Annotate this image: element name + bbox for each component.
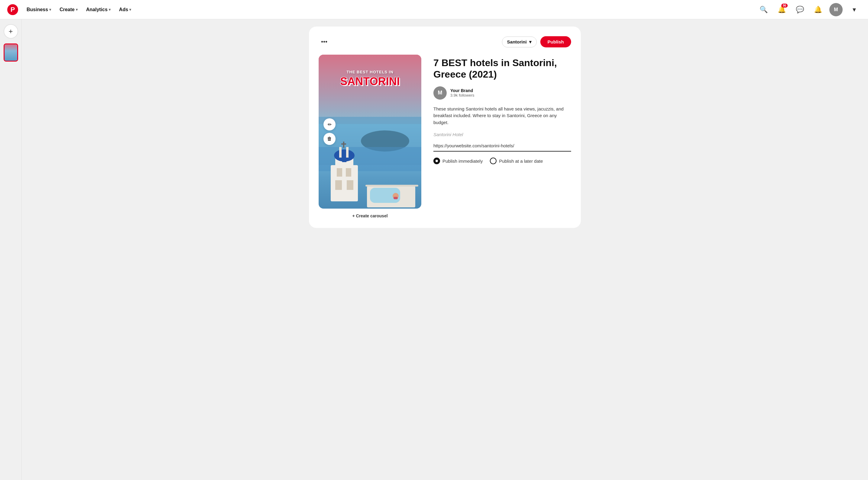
nav-right: 🔍 🔔 96 💬 🔔 M ▾ bbox=[757, 3, 861, 16]
board-selector[interactable]: Santorini ▾ bbox=[502, 36, 537, 47]
svg-rect-3 bbox=[331, 165, 358, 201]
sidebar-pin-thumbnail[interactable] bbox=[4, 43, 18, 62]
search-button[interactable]: 🔍 bbox=[757, 3, 770, 16]
delete-icon: 🗑 bbox=[327, 136, 332, 141]
pin-author-section: M Your Brand 3.9k followers bbox=[433, 86, 571, 100]
svg-rect-18 bbox=[394, 197, 398, 199]
pin-title: 7 BEST hotels in Santorini, Greece (2021… bbox=[433, 57, 571, 80]
edit-icon: ✏ bbox=[328, 122, 332, 127]
search-icon: 🔍 bbox=[760, 6, 768, 13]
create-carousel-label: + Create carousel bbox=[352, 214, 388, 218]
pin-url: https://yourwebsite.com/santorini-hotels… bbox=[433, 143, 514, 148]
alert-icon: 🔔 bbox=[814, 6, 822, 13]
pin-details: 7 BEST hotels in Santorini, Greece (2021… bbox=[433, 55, 571, 164]
pin-url-section: https://yourwebsite.com/santorini-hotels… bbox=[433, 143, 571, 152]
publish-button[interactable]: Publish bbox=[540, 36, 571, 47]
svg-rect-8 bbox=[346, 168, 351, 177]
svg-rect-10 bbox=[347, 180, 353, 190]
chevron-down-icon: ▾ bbox=[49, 7, 51, 12]
plus-icon: + bbox=[8, 27, 13, 36]
alerts-button[interactable]: 🔔 bbox=[811, 3, 825, 16]
chevron-down-icon: ▾ bbox=[529, 39, 532, 45]
svg-rect-19 bbox=[366, 185, 418, 187]
chevron-down-icon: ▾ bbox=[852, 6, 856, 13]
nav-item-ads[interactable]: Ads ▾ bbox=[115, 4, 135, 15]
publish-options: Publish immediately Publish at a later d… bbox=[433, 158, 571, 164]
board-name-label: Santorini bbox=[507, 39, 527, 44]
header-right: Santorini ▾ Publish bbox=[502, 36, 571, 47]
author-info: Your Brand 3.9k followers bbox=[450, 88, 474, 97]
main-content: ••• Santorini ▾ Publish bbox=[22, 19, 868, 480]
pin-image-container: THE BEST HOTELS IN SANTORINI bbox=[319, 55, 421, 209]
notifications-button[interactable]: 🔔 96 bbox=[775, 3, 788, 16]
pin-action-icons: ✏ 🗑 bbox=[323, 118, 336, 145]
svg-rect-11 bbox=[339, 147, 342, 158]
publish-later-option[interactable]: Publish at a later date bbox=[490, 158, 543, 164]
chevron-down-icon: ▾ bbox=[129, 7, 131, 12]
publish-later-label: Publish at a later date bbox=[499, 159, 543, 164]
pin-destination-placeholder: Santorini Hotel bbox=[433, 132, 571, 137]
author-followers: 3.9k followers bbox=[450, 93, 474, 97]
sidebar: + bbox=[0, 19, 22, 480]
sidebar-add-button[interactable]: + bbox=[4, 24, 18, 39]
pin-editor-card: ••• Santorini ▾ Publish bbox=[309, 27, 581, 228]
author-name: Your Brand bbox=[450, 88, 474, 93]
message-icon: 💬 bbox=[796, 6, 804, 13]
pin-image-subtitle: THE BEST HOTELS IN bbox=[325, 70, 415, 74]
nav-left: P Business ▾ Create ▾ Analytics ▾ Ads ▾ bbox=[7, 4, 757, 15]
pinterest-logo: P bbox=[7, 4, 18, 15]
navbar: P Business ▾ Create ▾ Analytics ▾ Ads ▾ … bbox=[0, 0, 868, 19]
more-options-button[interactable]: ••• bbox=[319, 37, 330, 46]
card-body: THE BEST HOTELS IN SANTORINI bbox=[319, 55, 571, 218]
user-avatar-button[interactable]: M bbox=[829, 3, 843, 16]
author-avatar: M bbox=[433, 86, 447, 100]
nav-item-analytics[interactable]: Analytics ▾ bbox=[83, 4, 114, 15]
publish-later-radio[interactable] bbox=[490, 158, 497, 164]
account-chevron-button[interactable]: ▾ bbox=[847, 3, 861, 16]
svg-rect-12 bbox=[346, 147, 348, 158]
card-header: ••• Santorini ▾ Publish bbox=[319, 36, 571, 47]
thumbnail-image bbox=[4, 44, 17, 61]
pin-description: These stunning Santorini hotels all have… bbox=[433, 106, 571, 126]
chevron-down-icon: ▾ bbox=[76, 7, 78, 12]
svg-rect-6 bbox=[342, 153, 346, 162]
pin-sky-overlay bbox=[319, 55, 421, 124]
pin-image-text: THE BEST HOTELS IN SANTORINI bbox=[319, 70, 421, 88]
svg-rect-7 bbox=[337, 168, 342, 177]
nav-menu: Business ▾ Create ▾ Analytics ▾ Ads ▾ bbox=[23, 4, 135, 15]
svg-rect-14 bbox=[341, 143, 346, 145]
create-carousel-button[interactable]: + Create carousel bbox=[352, 214, 388, 218]
nav-item-create[interactable]: Create ▾ bbox=[56, 4, 81, 15]
publish-immediately-label: Publish immediately bbox=[442, 159, 483, 164]
app-layout: + ••• Santorini ▾ Publish bbox=[0, 19, 868, 480]
edit-pin-button[interactable]: ✏ bbox=[323, 118, 336, 130]
nav-item-business[interactable]: Business ▾ bbox=[23, 4, 55, 15]
svg-rect-9 bbox=[335, 180, 342, 190]
messages-button[interactable]: 💬 bbox=[793, 3, 806, 16]
notification-badge: 96 bbox=[781, 4, 788, 7]
publish-immediately-radio[interactable] bbox=[433, 158, 440, 164]
delete-pin-button[interactable]: 🗑 bbox=[323, 133, 336, 145]
chevron-down-icon: ▾ bbox=[109, 7, 111, 12]
pin-image-title: SANTORINI bbox=[325, 75, 415, 88]
pin-image-section: THE BEST HOTELS IN SANTORINI bbox=[319, 55, 421, 218]
publish-immediately-option[interactable]: Publish immediately bbox=[433, 158, 483, 164]
